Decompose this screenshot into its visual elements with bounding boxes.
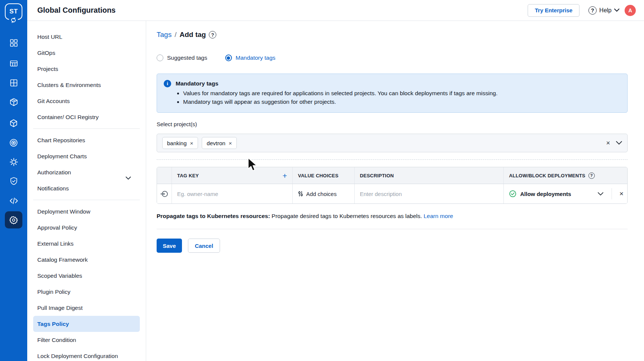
propagate-help-text: Propagate tags to Kubernetes resources: … (157, 213, 453, 220)
propagate-tag-toggle[interactable] (157, 184, 172, 203)
sidebar-item-authorization[interactable]: Authorization (27, 164, 146, 180)
tags-table: TAG KEY + VALUE CHOICES DESCRIPTION ALLO… (157, 167, 628, 204)
chevron-down-icon (614, 9, 619, 12)
application-groups-icon[interactable] (0, 78, 27, 87)
info-icon: i (164, 80, 171, 87)
sidebar-item-catalog-framework[interactable]: Catalog Framework (27, 252, 146, 268)
value-choices-column-header: VALUE CHOICES (293, 167, 355, 184)
check-circle-icon (509, 190, 516, 197)
sidebar-item-projects[interactable]: Projects (27, 61, 146, 77)
clusters-icon[interactable] (0, 138, 27, 147)
info-bullet-1: Values for mandatory tags are required f… (183, 90, 620, 97)
tag-key-header-label: TAG KEY (177, 173, 199, 178)
resource-browser-icon[interactable] (0, 119, 27, 128)
sidebar-divider (33, 128, 140, 129)
help-icon: ? (588, 6, 597, 15)
suggested-tags-radio[interactable]: Suggested tags (157, 55, 207, 61)
mandatory-tags-label: Mandatory tags (236, 55, 276, 61)
applications-icon[interactable] (0, 38, 27, 47)
help-circle-icon[interactable]: ? (209, 31, 216, 38)
sidebar-item-approval-policy[interactable]: Approval Policy (27, 220, 146, 236)
dashed-divider (157, 159, 628, 160)
save-button[interactable]: Save (157, 239, 182, 253)
sidebar-divider (33, 200, 140, 200)
add-tag-row-icon[interactable]: + (283, 172, 287, 180)
mandatory-tags-radio[interactable]: Mandatory tags (225, 55, 276, 61)
add-choices-label: Add choices (306, 191, 337, 197)
top-header: Global Configurations Try Enterprise ? H… (27, 0, 644, 21)
learn-more-link[interactable]: Learn more (424, 213, 453, 219)
propagate-icon (160, 190, 168, 198)
propagate-column-header (157, 167, 172, 184)
chip-label: devtron (207, 140, 225, 146)
vertical-divider (612, 188, 612, 199)
sidebar-item-git-accounts[interactable]: Git Accounts (27, 93, 146, 109)
table-header-row: TAG KEY + VALUE CHOICES DESCRIPTION ALLO… (157, 167, 627, 184)
propagate-description: Propagate desired tags to Kubernetes res… (270, 213, 424, 219)
remove-chip-icon[interactable]: × (229, 140, 232, 146)
app-logo-text: ST (9, 8, 18, 15)
sidebar-item-filter-condition[interactable]: Filter Condition (27, 332, 146, 348)
clear-all-icon[interactable]: × (606, 139, 610, 147)
allow-block-header-label: ALLOW/BLOCK DEPLOYMENTS (509, 173, 585, 178)
sidebar-item-host-url[interactable]: Host URL (27, 29, 146, 45)
propagate-bold-text: Propagate tags to Kubernetes resources: (157, 213, 270, 219)
sidebar-item-gitops[interactable]: GitOps (27, 45, 146, 61)
allow-block-select[interactable]: Allow deployments × (504, 184, 627, 203)
help-label: Help (599, 7, 612, 14)
sidebar-item-external-links[interactable]: External Links (27, 236, 146, 252)
sliders-icon (298, 191, 303, 197)
table-row: Eg. owner-name Add choices Enter descrip… (157, 184, 627, 203)
description-placeholder: Enter description (360, 191, 402, 197)
chip-label: banking (167, 140, 187, 146)
description-column-header: DESCRIPTION (355, 167, 504, 184)
global-configurations-icon[interactable] (0, 215, 27, 225)
select-projects-label: Select project(s) (157, 121, 197, 127)
help-menu[interactable]: ? Help (588, 6, 619, 15)
chevron-down-icon[interactable] (616, 141, 622, 145)
bug-report-icon[interactable] (0, 157, 27, 167)
add-choices-button[interactable]: Add choices (293, 184, 355, 203)
delete-row-icon[interactable]: × (619, 190, 623, 198)
info-banner-title: Mandatory tags (176, 80, 219, 87)
help-circle-icon[interactable]: ? (588, 172, 595, 179)
jobs-icon[interactable] (0, 59, 27, 68)
info-bullet-2: Mandatory tags will appear as suggestion… (183, 99, 620, 105)
sidebar-item-plugin-policy[interactable]: Plugin Policy (27, 284, 146, 300)
breadcrumb: Tags / Add tag ? (157, 31, 216, 39)
project-multiselect[interactable]: banking × devtron × × (157, 134, 628, 152)
chart-store-icon[interactable] (0, 97, 27, 107)
breadcrumb-current: Add tag (179, 31, 206, 39)
tag-key-input[interactable]: Eg. owner-name (172, 184, 293, 203)
allow-block-column-header: ALLOW/BLOCK DEPLOYMENTS ? (504, 167, 627, 184)
sync-icon (9, 16, 18, 25)
tag-key-column-header: TAG KEY + (172, 167, 293, 184)
sidebar-item-notifications[interactable]: Notifications (27, 180, 146, 196)
project-chip-devtron: devtron × (202, 137, 237, 149)
icon-rail: ST (0, 0, 27, 361)
cancel-button[interactable]: Cancel (188, 239, 220, 253)
radio-unselected-icon (157, 55, 163, 61)
sidebar-item-clusters-environments[interactable]: Clusters & Environments (27, 77, 146, 93)
sidebar-item-pull-image-digest[interactable]: Pull Image Digest (27, 300, 146, 316)
main-content: Tags / Add tag ? Suggested tags Mandator… (146, 21, 644, 361)
section-divider (157, 229, 628, 229)
api-tokens-icon[interactable] (0, 196, 27, 206)
mandatory-tags-info-banner: i Mandatory tags Values for mandatory ta… (157, 74, 628, 113)
sidebar-item-lock-deployment-configuration[interactable]: Lock Deployment Configuration (27, 348, 146, 361)
security-icon[interactable] (0, 177, 27, 186)
remove-chip-icon[interactable]: × (190, 140, 194, 146)
sidebar-item-deployment-window[interactable]: Deployment Window (27, 203, 146, 220)
sidebar-item-chart-repositories[interactable]: Chart Repositories (27, 132, 146, 148)
user-avatar[interactable]: A (625, 5, 636, 16)
sidebar-item-deployment-charts[interactable]: Deployment Charts (27, 148, 146, 164)
breadcrumb-tags-link[interactable]: Tags (157, 31, 172, 39)
description-input[interactable]: Enter description (355, 184, 504, 203)
sidebar-item-container-oci-registry[interactable]: Container/ OCI Registry (27, 109, 146, 125)
sidebar-item-scoped-variables[interactable]: Scoped Variables (27, 268, 146, 284)
sidebar-item-tags-policy[interactable]: Tags Policy (33, 316, 140, 332)
config-sidebar: Host URL GitOps Projects Clusters & Envi… (27, 21, 146, 361)
chevron-down-icon[interactable] (598, 192, 603, 196)
try-enterprise-button[interactable]: Try Enterprise (528, 4, 579, 17)
tag-key-placeholder: Eg. owner-name (177, 191, 218, 197)
